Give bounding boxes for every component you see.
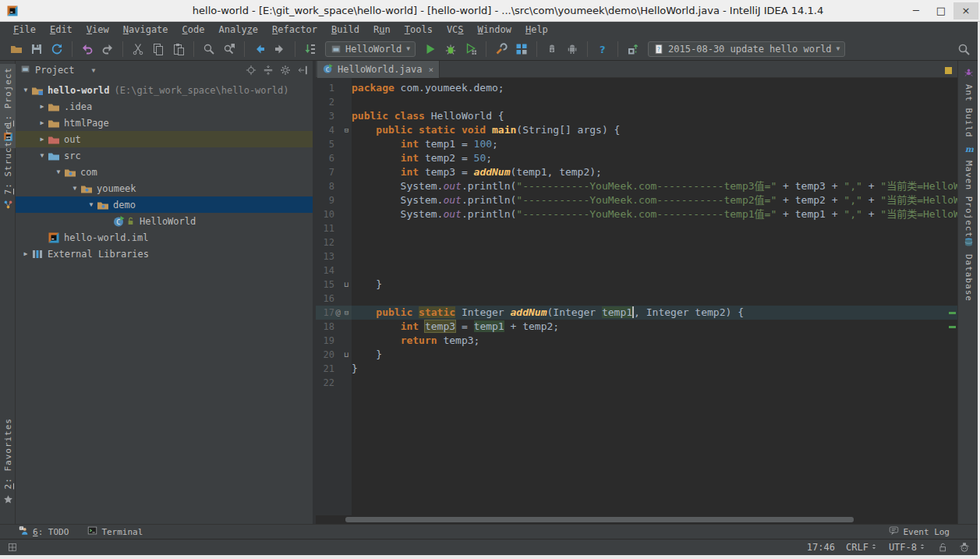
tool-stripe-ant-build[interactable]: Ant Build <box>958 65 978 138</box>
code-line-17[interactable]: 17@⊟ public static Integer addNum(Intege… <box>316 306 957 320</box>
search-everywhere-button[interactable] <box>953 40 974 58</box>
tree-item-src[interactable]: ▼src <box>16 147 313 164</box>
tool-stripe-database[interactable]: Database <box>958 235 978 302</box>
tool-stripe-maven-projects[interactable]: mMaven Projects <box>958 142 978 244</box>
minimize-button[interactable]: ─ <box>904 2 929 19</box>
editor-body[interactable]: 1package com.youmeek.demo;23public class… <box>316 78 957 515</box>
menu-item-run[interactable]: Run <box>366 22 398 37</box>
menu-item-navigate[interactable]: Navigate <box>116 22 175 37</box>
tool-window-button-terminal[interactable]: Terminal <box>87 525 143 538</box>
code-line-2[interactable]: 2 <box>316 95 957 109</box>
close-tab-icon[interactable]: × <box>428 65 433 75</box>
project-structure-button[interactable] <box>511 40 532 58</box>
inspection-status-indicator[interactable] <box>945 67 952 74</box>
toggle-tool-buttons-icon[interactable] <box>8 543 17 552</box>
code-line-6[interactable]: 6 int temp2 = 50; <box>316 151 957 165</box>
code-line-22[interactable]: 22 <box>316 376 957 390</box>
save-all-button[interactable] <box>27 40 47 58</box>
find-usages-button[interactable] <box>219 40 239 58</box>
code-line-21[interactable]: 21} <box>316 362 957 376</box>
vcs-update-button[interactable] <box>623 40 643 58</box>
event-log-button[interactable]: Event Log <box>889 525 950 538</box>
run-button[interactable] <box>420 40 440 58</box>
code-line-12[interactable]: 12 <box>316 235 957 249</box>
chevron-down-icon[interactable]: ▼ <box>92 67 96 74</box>
find-button[interactable] <box>199 40 219 58</box>
lock-open-icon[interactable] <box>937 542 948 553</box>
maximize-button[interactable]: □ <box>929 2 953 19</box>
tree-item-hello-world-iml[interactable]: hello-world.iml <box>16 229 313 246</box>
collapse-all-icon[interactable] <box>263 65 274 76</box>
menu-item-file[interactable]: File <box>6 22 43 37</box>
undo-button[interactable] <box>77 40 97 58</box>
code-line-14[interactable]: 14 <box>316 264 957 278</box>
code-line-5[interactable]: 5 int temp1 = 100; <box>316 137 957 151</box>
settings-button[interactable] <box>491 40 511 58</box>
code-line-13[interactable]: 13 <box>316 249 957 264</box>
android-sdk-button[interactable] <box>542 40 562 58</box>
line-ending-widget[interactable]: CRLF <box>846 542 878 553</box>
tree-item-idea[interactable]: ▶.idea <box>16 98 313 115</box>
tree-item-out[interactable]: ▶out <box>16 131 313 147</box>
menu-item-build[interactable]: Build <box>324 22 366 37</box>
hector-inspections-icon[interactable] <box>959 542 970 553</box>
line-history-button[interactable] <box>300 40 320 58</box>
tool-window-button-6-todo[interactable]: 6: TODO <box>19 525 69 538</box>
tree-item-hello-world[interactable]: ▼hello-world(E:\git_work_space\hello-wor… <box>16 82 313 98</box>
tree-item-demo[interactable]: ▼demo <box>16 196 313 213</box>
caret-position-widget[interactable]: 17:46 <box>807 542 835 553</box>
tree-item-helloworld[interactable]: CHelloWorld <box>16 213 313 229</box>
code-line-16[interactable]: 16 <box>316 292 957 306</box>
menu-item-vcs[interactable]: VCS <box>440 22 471 37</box>
hide-icon[interactable] <box>297 65 308 76</box>
tool-stripe-7-structure[interactable]: 7: Structure <box>0 123 16 213</box>
code-line-4[interactable]: 4⊟ public static void main(String[] args… <box>316 123 957 137</box>
code-line-18[interactable]: 18 int temp3 = temp1 + temp2; <box>316 320 957 334</box>
redo-button[interactable] <box>97 40 118 58</box>
menu-item-code[interactable]: Code <box>175 22 212 37</box>
coverage-button[interactable] <box>461 40 481 58</box>
code-line-1[interactable]: 1package com.youmeek.demo; <box>316 81 957 95</box>
open-project-button[interactable] <box>6 40 27 58</box>
menu-item-help[interactable]: Help <box>518 22 555 37</box>
menu-item-analyze[interactable]: Analyze <box>212 22 266 37</box>
synchronize-button[interactable] <box>47 40 67 58</box>
code-line-20[interactable]: 20⊔ } <box>316 348 957 362</box>
settings-gear-icon[interactable] <box>280 65 291 76</box>
code-line-9[interactable]: 9 System.out.println("-----------YouMeek… <box>316 193 957 207</box>
android-avd-button[interactable] <box>562 40 582 58</box>
menu-item-refactor[interactable]: Refactor <box>265 22 324 37</box>
paste-button[interactable] <box>168 40 189 58</box>
tree-item-htmlpage[interactable]: ▶htmlPage <box>16 115 313 131</box>
tree-item-com[interactable]: ▼com <box>16 164 313 180</box>
encoding-widget[interactable]: UTF-8 <box>889 542 926 553</box>
menu-item-window[interactable]: Window <box>471 22 518 37</box>
code-line-11[interactable]: 11 <box>316 221 957 235</box>
copy-button[interactable] <box>148 40 168 58</box>
tree-item-external-libraries[interactable]: ▶External Libraries <box>16 246 313 262</box>
tool-stripe-2-favorites[interactable]: 2: Favorites <box>0 418 16 508</box>
close-button[interactable]: × <box>953 2 978 19</box>
code-line-19[interactable]: 19 return temp3; <box>316 334 957 348</box>
code-line-8[interactable]: 8 System.out.println("-----------YouMeek… <box>316 179 957 193</box>
menu-item-tools[interactable]: Tools <box>398 22 440 37</box>
cut-button[interactable] <box>128 40 148 58</box>
back-button[interactable] <box>249 40 270 58</box>
forward-button[interactable] <box>270 40 290 58</box>
help-button[interactable]: ? <box>593 40 613 58</box>
code-area[interactable]: 1package com.youmeek.demo;23public class… <box>316 81 957 390</box>
locate-icon[interactable] <box>246 65 256 76</box>
tree-item-youmeek[interactable]: ▼youmeek <box>16 180 313 196</box>
editor-tab-helloworld-java[interactable]: C HelloWorld.java × <box>317 61 440 78</box>
project-panel-title[interactable]: Project <box>35 65 75 76</box>
code-line-3[interactable]: 3public class HelloWorld { <box>316 109 957 123</box>
debug-button[interactable] <box>440 40 461 58</box>
vcs-commit-message-select[interactable]: ?2015-08-30 update hello world▼ <box>648 41 845 57</box>
menu-item-view[interactable]: View <box>80 22 116 37</box>
code-line-15[interactable]: 15⊔ } <box>316 278 957 292</box>
horizontal-scrollbar[interactable] <box>345 517 854 522</box>
menu-item-edit[interactable]: Edit <box>43 22 80 37</box>
code-line-10[interactable]: 10 System.out.println("-----------YouMee… <box>316 207 957 221</box>
code-line-7[interactable]: 7 int temp3 = addNum(temp1, temp2); <box>316 165 957 179</box>
run-configuration-select[interactable]: HelloWorld▼ <box>325 41 416 57</box>
